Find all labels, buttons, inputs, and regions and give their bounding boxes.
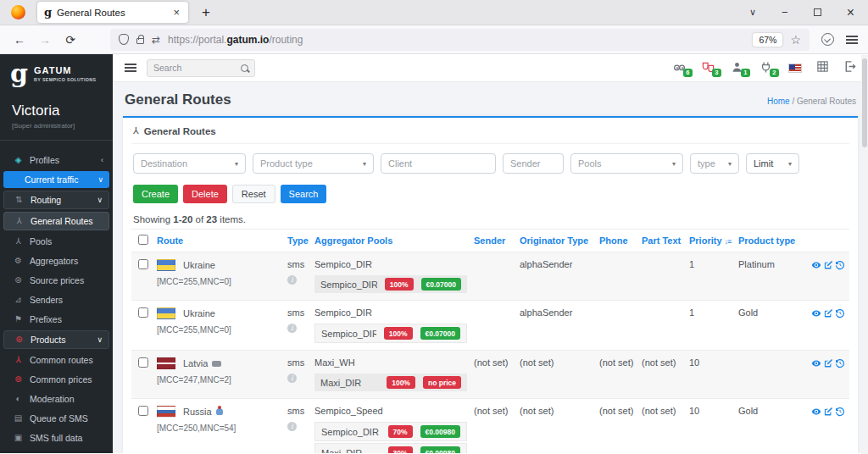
permissions-icon[interactable]: ⇄ <box>152 34 160 46</box>
row-checkbox[interactable] <box>138 406 148 416</box>
history-icon[interactable] <box>835 406 845 417</box>
logout-icon[interactable] <box>843 60 856 76</box>
masks-icon[interactable]: 3 <box>702 61 716 75</box>
search-icon[interactable] <box>241 64 248 72</box>
sidebar-item-general-routes[interactable]: ⅄General Routes <box>3 212 109 230</box>
cell-select <box>131 351 153 399</box>
delete-button[interactable]: Delete <box>183 185 227 203</box>
view-icon[interactable] <box>811 259 821 270</box>
edit-icon[interactable] <box>823 357 833 368</box>
sidebar-item-common-routes[interactable]: ⅄Common routes <box>3 352 109 368</box>
info-icon[interactable]: i <box>287 275 297 285</box>
pool-row: Maxi_DIR100%no price <box>314 374 467 391</box>
list-tabs-chevron-icon[interactable]: ∨ <box>749 7 756 18</box>
chevron-down-icon: ∨ <box>97 335 103 344</box>
search-input[interactable] <box>153 63 237 73</box>
new-tab-button[interactable]: + <box>202 4 210 21</box>
sidebar-item-routing[interactable]: ⇅Routing∨ <box>3 191 109 209</box>
sidebar-item-sms-full-data[interactable]: ▣SMS full data <box>3 429 109 446</box>
cell-phone: (not set) <box>596 351 638 399</box>
language-flag-icon[interactable] <box>788 64 802 73</box>
zoom-level-badge[interactable]: 67% <box>753 33 782 47</box>
info-icon[interactable]: i <box>287 324 297 333</box>
sidebar-toggle-icon[interactable] <box>125 64 136 72</box>
info-icon[interactable]: i <box>287 422 297 431</box>
page-scrollbar[interactable] <box>861 55 868 454</box>
info-icon[interactable]: i <box>287 374 297 383</box>
pocket-icon[interactable] <box>821 33 834 46</box>
route-mcc-mnc: [MCC=255,MNC=0] <box>157 277 281 286</box>
bookmark-star-icon[interactable]: ☆ <box>790 33 801 47</box>
sidebar-item-moderation[interactable]: ◐Moderation <box>3 390 109 407</box>
filter-pools[interactable]: Pools▾ <box>570 153 683 174</box>
reset-button[interactable]: Reset <box>232 185 275 203</box>
grid-icon[interactable] <box>816 60 829 76</box>
cell-part-text <box>638 252 686 301</box>
back-button[interactable]: ← <box>10 33 29 47</box>
sidebar-item-aggregators[interactable]: ⚙Aggregators <box>3 252 109 269</box>
senders-icon: ⊿ <box>13 295 24 304</box>
filter-type[interactable]: type▾ <box>690 153 739 174</box>
window-restore-button[interactable] <box>814 8 821 16</box>
lock-icon[interactable] <box>136 38 144 44</box>
reload-button[interactable]: ⟳ <box>61 33 80 47</box>
tracking-shield-icon[interactable] <box>119 34 129 45</box>
select-all-checkbox[interactable] <box>138 235 148 245</box>
filter-sender-input[interactable] <box>510 158 556 169</box>
edit-icon[interactable] <box>823 406 833 417</box>
pool-price-badge: €0.07000 <box>420 327 460 340</box>
history-icon[interactable] <box>835 307 845 318</box>
filter-client-input[interactable] <box>388 158 488 169</box>
sidebar-item-label: Aggregators <box>30 256 78 266</box>
row-checkbox[interactable] <box>138 357 148 368</box>
sidebar: g GATUM BY SEMPICO SOLUTIONS Victoria [S… <box>0 54 113 453</box>
tab-close-icon[interactable]: × <box>171 6 181 19</box>
scrollbar-thumb[interactable] <box>862 58 867 147</box>
products-icon: ⊛ <box>14 335 25 344</box>
view-icon[interactable] <box>811 307 821 318</box>
row-checkbox[interactable] <box>138 259 148 269</box>
plug-icon[interactable]: 2 <box>760 61 774 75</box>
cell-originator-type: (not set) <box>516 399 596 454</box>
cell-product-type: Gold <box>735 399 806 454</box>
sidebar-item-pools[interactable]: ⅄Pools <box>3 233 109 250</box>
route-country-line: Russia <box>157 406 281 418</box>
url-bar[interactable]: ⇄ https://portal.gatum.io/routing 67% ☆ <box>110 29 810 51</box>
window-minimize-button[interactable]: − <box>782 6 788 19</box>
firefox-logo-icon[interactable] <box>11 5 25 19</box>
sidebar-item-prefixes[interactable]: ⚑Prefixes <box>3 311 109 328</box>
sidebar-item-current-traffic[interactable]: Current traffic∨ <box>3 171 109 188</box>
history-icon[interactable] <box>835 259 845 270</box>
row-checkbox[interactable] <box>138 307 148 318</box>
users-icon[interactable]: 1 <box>731 61 745 75</box>
sidebar-item-products[interactable]: ⊛Products∨ <box>3 330 109 349</box>
sidebar-item-common-prices[interactable]: ⊜Common prices <box>3 371 109 388</box>
sidebar-item-profiles[interactable]: ◈Profiles‹ <box>3 152 109 169</box>
sidebar-item-senders[interactable]: ⊿Senders <box>3 291 109 308</box>
sort-icon[interactable]: ↓≡ <box>725 237 732 246</box>
filter-destination[interactable]: Destination▾ <box>133 153 246 174</box>
window-close-button[interactable]: × <box>847 5 854 20</box>
filter-limit[interactable]: Limit▾ <box>746 153 799 174</box>
forward-button[interactable]: → <box>36 33 54 47</box>
filter-product-type[interactable]: Product type▾ <box>253 153 374 174</box>
cell-type: smsi <box>284 351 311 399</box>
route-row: Ukraine[MCC=255,MNC=0]smsiSempico_DIRSem… <box>131 252 849 301</box>
view-icon[interactable] <box>811 357 821 368</box>
sidebar-item-label: Source prices <box>30 275 84 285</box>
search-button[interactable]: Search <box>281 185 327 203</box>
breadcrumb-home-link[interactable]: Home <box>767 97 790 106</box>
history-icon[interactable] <box>835 357 845 368</box>
browser-menu-icon[interactable] <box>846 36 858 44</box>
edit-icon[interactable] <box>823 307 833 318</box>
filter-label: Limit <box>754 158 773 169</box>
create-button[interactable]: Create <box>133 185 178 203</box>
brand[interactable]: g GATUM BY SEMPICO SOLUTIONS <box>0 54 113 92</box>
sidebar-item-source-prices[interactable]: ⊜Source prices <box>3 272 109 289</box>
sidebar-item-queue-of-sms[interactable]: ▤Queue of SMS <box>3 410 109 427</box>
view-icon[interactable] <box>811 406 821 417</box>
edit-icon[interactable] <box>823 259 833 270</box>
pool-row: Sempico_DIR100%€0.07000 <box>314 324 467 343</box>
views-icon[interactable]: 6 <box>673 61 687 75</box>
browser-tab[interactable]: g General Routes × <box>37 2 188 23</box>
